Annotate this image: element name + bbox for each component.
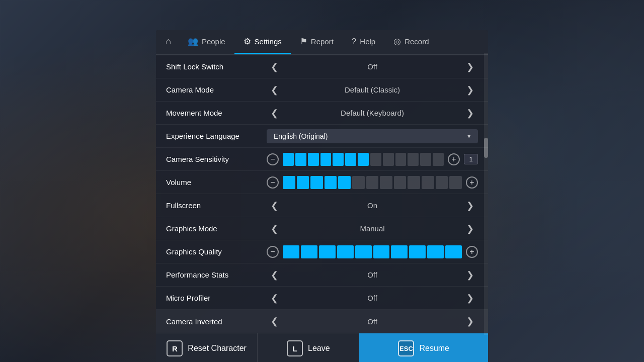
setting-row-camera-inverted: Camera Inverted❮Off❯ [156, 310, 488, 333]
arrow-left-fullscreen[interactable]: ❮ [267, 199, 282, 212]
slider-seg-12 [449, 176, 462, 189]
slider-minus-camera-sensitivity[interactable]: − [267, 153, 279, 165]
arrow-value-micro-profiler: Off [282, 294, 462, 302]
setting-row-camera-sensitivity: Camera Sensitivity−+1 [156, 148, 488, 171]
arrow-right-graphics-mode[interactable]: ❯ [462, 222, 478, 235]
arrow-right-camera-inverted[interactable]: ❯ [462, 315, 478, 328]
arrow-right-movement-mode[interactable]: ❯ [462, 107, 478, 120]
people-icon: 👥 [188, 36, 198, 47]
footer-btn-resume[interactable]: ESCResume [359, 333, 488, 362]
home-icon: ⌂ [166, 36, 171, 47]
tab-record[interactable]: ◎Record [384, 30, 438, 54]
arrow-value-performance-stats: Off [282, 270, 462, 279]
slider-seg-4 [338, 176, 351, 189]
tab-settings[interactable]: ⚙Settings [234, 30, 291, 54]
scrollbar-thumb[interactable] [484, 138, 488, 158]
slider-seg-12 [433, 153, 444, 166]
dropdown-arrow-experience-language: ▾ [467, 132, 471, 140]
setting-label-shift-lock-switch: Shift Lock Switch [166, 62, 267, 71]
slider-bar-graphics-quality [283, 245, 462, 258]
arrow-left-movement-mode[interactable]: ❮ [267, 107, 282, 120]
slider-seg-5 [345, 153, 356, 166]
arrow-value-fullscreen: On [282, 201, 462, 210]
slider-seg-8 [427, 245, 444, 258]
tab-help[interactable]: ?Help [343, 31, 384, 54]
nav-tabs: ⌂ 👥People⚙Settings⚑Report?Help◎Record [156, 30, 488, 55]
tab-home[interactable]: ⌂ [158, 30, 179, 54]
slider-seg-1 [295, 153, 306, 166]
slider-seg-3 [325, 176, 337, 189]
arrow-value-graphics-mode: Manual [282, 224, 462, 233]
slider-seg-2 [319, 245, 336, 258]
arrow-value-movement-mode: Default (Keyboard) [282, 109, 462, 117]
arrow-right-shift-lock-switch[interactable]: ❯ [462, 60, 478, 73]
slider-seg-10 [408, 153, 419, 166]
slider-seg-2 [310, 176, 323, 189]
arrow-left-camera-inverted[interactable]: ❮ [267, 315, 282, 328]
footer-btn-reset[interactable]: RReset Character [156, 333, 258, 362]
slider-seg-3 [320, 153, 332, 166]
slider-seg-1 [301, 245, 317, 258]
setting-row-performance-stats: Performance Stats❮Off❯ [156, 263, 488, 287]
slider-seg-6 [366, 176, 379, 189]
footer-btn-leave[interactable]: LLeave [258, 333, 359, 362]
slider-seg-3 [337, 245, 354, 258]
dropdown-experience-language[interactable]: English (Original)▾ [267, 129, 478, 143]
setting-row-volume: Volume−+ [156, 171, 488, 194]
arrow-right-fullscreen[interactable]: ❯ [462, 199, 478, 212]
arrow-left-camera-mode[interactable]: ❮ [267, 83, 282, 97]
tab-report[interactable]: ⚑Report [291, 30, 343, 54]
slider-seg-11 [436, 176, 448, 189]
slider-bar-volume [283, 176, 462, 189]
slider-seg-10 [422, 176, 434, 189]
setting-row-micro-profiler: Micro Profiler❮Off❯ [156, 287, 488, 310]
setting-label-performance-stats: Performance Stats [166, 270, 267, 279]
slider-plus-camera-sensitivity[interactable]: + [448, 153, 460, 165]
slider-seg-8 [394, 176, 407, 189]
slider-seg-6 [391, 245, 408, 258]
slider-value-camera-sensitivity: 1 [464, 154, 478, 164]
slider-plus-graphics-quality[interactable]: + [466, 246, 478, 258]
settings-icon: ⚙ [244, 36, 251, 47]
help-icon: ? [352, 37, 356, 47]
arrow-value-camera-inverted: Off [282, 317, 462, 326]
arrow-left-micro-profiler[interactable]: ❮ [267, 292, 282, 305]
slider-seg-2 [308, 153, 319, 166]
slider-seg-9 [408, 176, 420, 189]
setting-row-experience-language: Experience LanguageEnglish (Original)▾ [156, 125, 488, 148]
arrow-left-performance-stats[interactable]: ❮ [267, 268, 282, 282]
arrow-right-micro-profiler[interactable]: ❯ [462, 292, 478, 305]
tab-people[interactable]: 👥People [179, 30, 234, 54]
setting-row-movement-mode: Movement Mode❮Default (Keyboard)❯ [156, 102, 488, 125]
scrollbar-track[interactable] [484, 53, 488, 335]
slider-minus-volume[interactable]: − [267, 176, 279, 189]
dropdown-value-experience-language: English (Original) [274, 132, 328, 140]
setting-label-camera-mode: Camera Mode [166, 85, 267, 94]
setting-label-experience-language: Experience Language [166, 132, 267, 140]
slider-bar-camera-sensitivity [283, 153, 444, 166]
menu-container: ⌂ 👥People⚙Settings⚑Report?Help◎Record Sh… [156, 30, 488, 362]
slider-seg-7 [380, 176, 392, 189]
setting-row-fullscreen: Fullscreen❮On❯ [156, 194, 488, 217]
slider-plus-volume[interactable]: + [466, 176, 478, 189]
setting-row-camera-mode: Camera Mode❮Default (Classic)❯ [156, 78, 488, 102]
tab-label-help: Help [360, 37, 375, 46]
record-icon: ◎ [393, 36, 401, 47]
slider-seg-4 [355, 245, 372, 258]
setting-label-graphics-quality: Graphics Quality [166, 247, 267, 256]
tab-label-settings: Settings [255, 37, 282, 46]
arrow-left-shift-lock-switch[interactable]: ❮ [267, 60, 282, 73]
footer-btn-label-leave: Leave [308, 344, 330, 353]
key-badge-resume: ESC [398, 340, 414, 356]
arrow-right-camera-mode[interactable]: ❯ [462, 83, 478, 97]
slider-seg-8 [383, 153, 394, 166]
setting-label-micro-profiler: Micro Profiler [166, 294, 267, 302]
slider-seg-0 [283, 245, 299, 258]
key-badge-reset: R [167, 340, 183, 356]
arrow-left-graphics-mode[interactable]: ❮ [267, 222, 282, 235]
slider-seg-5 [373, 245, 390, 258]
slider-seg-1 [297, 176, 309, 189]
arrow-right-performance-stats[interactable]: ❯ [462, 268, 478, 282]
slider-minus-graphics-quality[interactable]: − [267, 246, 279, 258]
tab-label-people: People [202, 37, 225, 46]
